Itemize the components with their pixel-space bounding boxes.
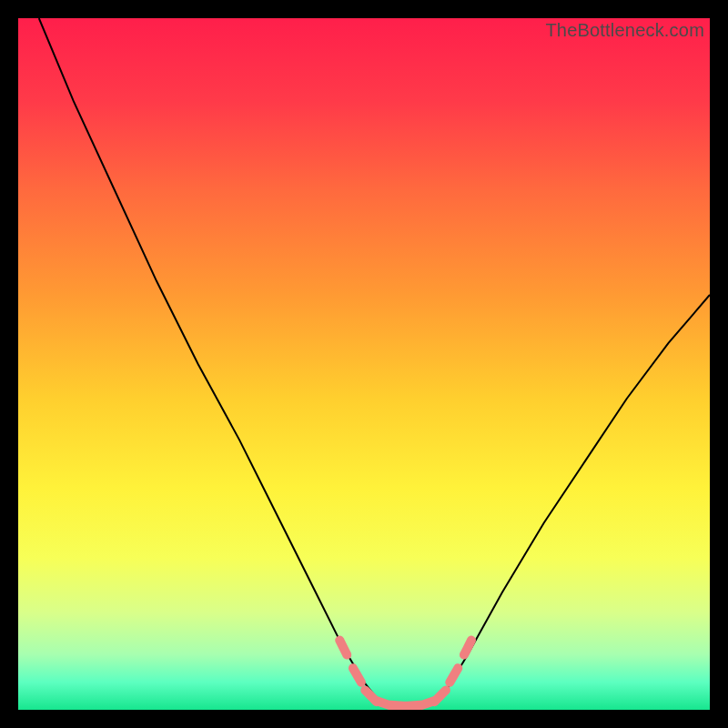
bottleneck-chart bbox=[18, 18, 710, 710]
chart-frame: TheBottleneck.com bbox=[18, 18, 710, 710]
chart-background bbox=[18, 18, 710, 710]
watermark-text: TheBottleneck.com bbox=[545, 20, 704, 41]
